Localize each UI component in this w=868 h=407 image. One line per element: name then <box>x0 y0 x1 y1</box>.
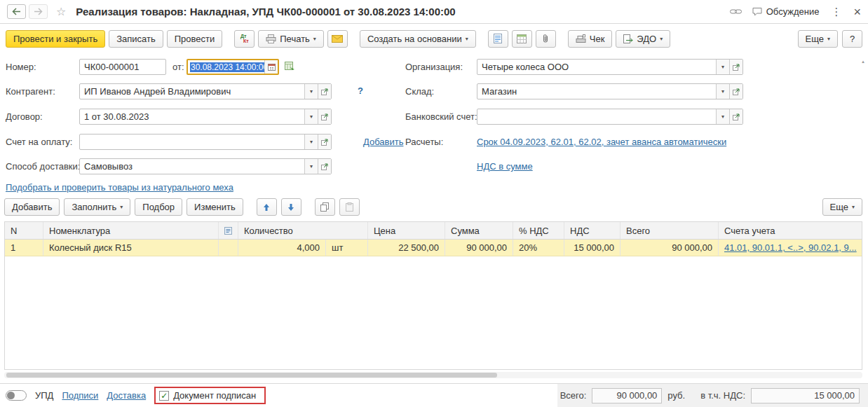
vertical-scrollbar[interactable]: ▴ <box>859 59 867 64</box>
scrollbar-thumb[interactable] <box>6 373 497 378</box>
cell-unit[interactable]: шт <box>326 240 368 256</box>
copy-button[interactable] <box>315 198 335 216</box>
invoice-field[interactable]: ▾ <box>79 134 332 150</box>
cell-vat-rate[interactable]: 20% <box>513 240 564 256</box>
warehouse-field[interactable]: Магазин ▾ <box>477 83 743 99</box>
column-header-accounts[interactable]: Счета учета <box>719 222 862 239</box>
discussion-button[interactable]: Обсуждение <box>752 6 820 17</box>
warehouse-dropdown-button[interactable]: ▾ <box>716 84 729 99</box>
settlements-link[interactable]: Срок 04.09.2023, 62.01, 62.02, зачет ава… <box>477 137 726 147</box>
currency-label: руб. <box>667 390 685 401</box>
change-date-button[interactable] <box>285 61 295 71</box>
column-header-amount[interactable]: Сумма <box>445 222 513 239</box>
contract-dropdown-button[interactable]: ▾ <box>304 109 318 124</box>
cell-nomenclature[interactable]: Колесный диск R15 <box>43 240 219 256</box>
warehouse-open-button[interactable] <box>729 84 742 99</box>
discussion-icon <box>752 7 762 16</box>
contract-field[interactable]: 1 от 30.08.2023 ▾ <box>79 109 332 125</box>
invoice-dropdown-button[interactable]: ▾ <box>304 134 318 149</box>
fur-check-link[interactable]: Подобрать и проверить товары из натураль… <box>6 182 233 193</box>
column-header-vat[interactable]: НДС <box>564 222 621 239</box>
dtkt-button[interactable]: ДтКт <box>234 30 255 48</box>
document-structure-button[interactable] <box>488 30 508 48</box>
accounts-link[interactable]: 41.01, 90.01.1, <..>, 90.02.1, 9... <box>724 242 857 253</box>
invoice-open-button[interactable] <box>318 134 331 149</box>
help-button[interactable]: ? <box>842 30 862 48</box>
calendar-button[interactable] <box>264 60 278 74</box>
post-and-close-button[interactable]: Провести и закрыть <box>6 30 105 48</box>
contract-open-button[interactable] <box>318 109 331 124</box>
mail-button[interactable] <box>327 30 348 48</box>
cell-vat[interactable]: 15 000,00 <box>564 240 621 256</box>
delivery-method-open-button[interactable] <box>318 159 331 174</box>
counterparty-open-button[interactable] <box>318 84 331 99</box>
forward-button[interactable] <box>29 4 48 19</box>
settlements-label: Расчеты: <box>405 137 443 147</box>
date-field[interactable]: 30.08.2023 14:00:00 <box>187 59 279 75</box>
cell-accounts[interactable]: 41.01, 90.01.1, <..>, 90.02.1, 9... <box>719 240 862 256</box>
counterparty-check-link[interactable]: ? <box>358 85 363 96</box>
delivery-method-field[interactable]: Самовывоз ▾ <box>79 158 332 174</box>
delivery-link[interactable]: Доставка <box>107 390 146 401</box>
receipt-button[interactable]: Чек <box>568 30 613 48</box>
horizontal-scrollbar[interactable] <box>4 372 862 378</box>
caret-down-icon: ▾ <box>660 36 663 42</box>
back-button[interactable] <box>7 4 26 19</box>
command-bar: Провести и закрыть Записать Провести ДтК… <box>0 28 868 49</box>
copy-link-button[interactable] <box>730 8 742 15</box>
signatures-link[interactable]: Подписи <box>62 390 98 401</box>
cell-flag[interactable] <box>219 240 238 256</box>
column-header-quantity[interactable]: Количество <box>238 222 368 239</box>
vat-mode-link[interactable]: НДС в сумме <box>477 161 533 172</box>
organization-field[interactable]: Четыре колеса ООО ▾ <box>477 59 743 75</box>
menu-button[interactable]: ⋮ <box>829 6 843 17</box>
column-header-price[interactable]: Цена <box>368 222 445 239</box>
bank-account-dropdown-button[interactable]: ▾ <box>716 109 729 124</box>
pick-button[interactable]: Подбор <box>135 198 182 216</box>
print-button[interactable]: Печать ▾ <box>258 30 324 48</box>
cell-quantity[interactable]: 4,000 <box>238 240 326 256</box>
add-invoice-link[interactable]: Добавить <box>363 137 403 147</box>
contract-label: Договор: <box>6 111 43 122</box>
items-more-button[interactable]: Еще ▾ <box>822 198 862 216</box>
more-button[interactable]: Еще ▾ <box>798 30 838 48</box>
close-button[interactable]: × <box>853 6 861 18</box>
column-header-total[interactable]: Всего <box>621 222 719 239</box>
table-row[interactable]: 1 Колесный диск R15 4,000 шт 22 500,00 9… <box>5 240 862 256</box>
create-on-base-button[interactable]: Создать на основании ▾ <box>360 30 476 48</box>
column-header-vat-rate[interactable]: % НДС <box>513 222 564 239</box>
cell-n[interactable]: 1 <box>5 240 43 256</box>
move-up-button[interactable] <box>257 198 277 216</box>
organization-dropdown-button[interactable]: ▾ <box>716 60 729 74</box>
report-button[interactable] <box>512 30 532 48</box>
more-label: Еще <box>806 34 824 44</box>
write-button[interactable]: Записать <box>109 30 163 48</box>
upd-toggle[interactable] <box>6 390 27 401</box>
paste-button[interactable] <box>339 198 360 216</box>
organization-open-button[interactable] <box>729 60 742 74</box>
fill-button[interactable]: Заполнить ▾ <box>64 198 130 216</box>
document-signed-checkbox[interactable]: ✓ <box>159 391 169 401</box>
column-header-flag[interactable] <box>219 222 238 239</box>
add-row-button[interactable]: Добавить <box>4 198 60 216</box>
counterparty-dropdown-button[interactable]: ▾ <box>304 84 318 99</box>
change-button[interactable]: Изменить <box>187 198 243 216</box>
favorite-star-icon[interactable]: ☆ <box>56 6 66 18</box>
cell-amount[interactable]: 90 000,00 <box>445 240 513 256</box>
dropdown-icon: ▾ <box>721 64 724 70</box>
bank-account-open-button[interactable] <box>729 109 742 124</box>
edo-button[interactable]: ЭДО ▾ <box>616 30 670 48</box>
column-header-n[interactable]: N <box>5 222 43 239</box>
move-down-button[interactable] <box>281 198 301 216</box>
forward-arrow-icon <box>34 8 43 15</box>
post-button[interactable]: Провести <box>167 30 223 48</box>
cell-total[interactable]: 90 000,00 <box>621 240 719 256</box>
form-row-counterparty: Контрагент: ИП Иванов Андрей Владимирови… <box>0 83 868 100</box>
counterparty-field[interactable]: ИП Иванов Андрей Владимирович ▾ <box>79 83 332 99</box>
cell-price[interactable]: 22 500,00 <box>368 240 445 256</box>
attachments-button[interactable] <box>536 30 556 48</box>
column-header-nomenclature[interactable]: Номенклатура <box>43 222 219 239</box>
number-field[interactable]: ЧК00-000001 <box>79 59 166 75</box>
delivery-method-dropdown-button[interactable]: ▾ <box>304 159 318 174</box>
bank-account-field[interactable]: ▾ <box>477 109 743 125</box>
